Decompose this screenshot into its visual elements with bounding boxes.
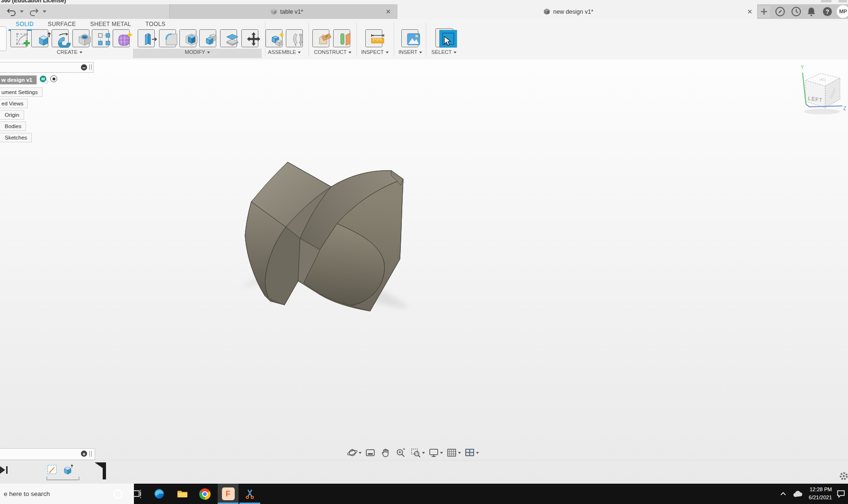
display-settings-button[interactable] [427, 447, 440, 459]
cloud-icon [793, 490, 803, 498]
file-explorer-button[interactable] [172, 484, 193, 504]
view-cube[interactable]: LEFT TOP FRONT Y Z [796, 61, 848, 116]
y-axis-line [803, 73, 806, 104]
zoom-icon [395, 447, 406, 458]
activate-component-radio[interactable] [50, 75, 57, 82]
display-settings-dropdown-caret[interactable] [440, 452, 443, 454]
grid-icon [446, 447, 457, 458]
edge-button[interactable] [149, 484, 169, 504]
timeline-collapse-bar [0, 448, 95, 460]
browser-item-origin[interactable]: Origin [0, 110, 24, 120]
browser-item-label: Origin [5, 112, 19, 118]
timeline-position-marker[interactable] [94, 462, 107, 480]
timeline-group-bracket [46, 477, 80, 481]
grid-settings-button[interactable] [445, 447, 458, 459]
browser-item-document-settings[interactable]: ument Settings [0, 87, 43, 97]
tray-chevron-button[interactable] [775, 484, 791, 504]
browser-root-item[interactable]: w design v1 [0, 75, 37, 85]
browser-item-label: Bodies [5, 123, 21, 129]
orbit-icon [347, 447, 358, 458]
viewports-icon [464, 447, 475, 458]
expand-panel-icon[interactable] [81, 451, 87, 457]
fusion360-app-window: 360 (Education License) [0, 0, 848, 504]
viewports-button[interactable] [463, 447, 476, 459]
orbit-button[interactable] [346, 447, 358, 459]
browser-item-sketches[interactable]: Sketches [0, 133, 32, 142]
timeline-extrude-feature[interactable] [62, 463, 74, 476]
zoom-window-button[interactable] [409, 447, 422, 459]
cortana-icon [112, 488, 124, 500]
zoom-window-dropdown-caret[interactable] [422, 452, 425, 454]
pan-button[interactable] [379, 447, 391, 459]
search-placeholder-text: e here to search [4, 490, 50, 497]
look-at-icon [365, 447, 376, 458]
action-center-button[interactable] [834, 484, 848, 504]
clock-date: 6/21/2021 [804, 494, 832, 502]
display-settings-icon [428, 447, 439, 458]
folder-icon [177, 488, 188, 500]
pan-hand-icon [380, 447, 391, 458]
z-axis-label: Z [843, 106, 846, 111]
cortana-button[interactable] [107, 484, 128, 504]
navigation-bar [344, 446, 480, 460]
y-axis-label: Y [801, 65, 804, 70]
orbit-dropdown-caret[interactable] [359, 452, 362, 454]
timeline-sketch-feature[interactable] [46, 463, 59, 476]
model-viewport[interactable]: w design v1 M ument Settings ed Views Or… [0, 60, 848, 483]
edge-icon [153, 488, 165, 500]
browser-item-named-views[interactable]: ed Views [0, 99, 28, 108]
timeline [0, 460, 848, 484]
model-3d[interactable] [0, 0, 848, 504]
zoom-window-icon [410, 447, 421, 458]
scissors-icon [244, 488, 256, 500]
browser-item-label: ed Views [1, 101, 23, 106]
chrome-icon [199, 488, 211, 500]
windows-taskbar: e here to search [0, 484, 848, 504]
notification-panel-icon [836, 489, 846, 499]
timeline-resize-grip[interactable] [89, 451, 92, 457]
grid-dropdown-caret[interactable] [458, 452, 461, 454]
viewports-dropdown-caret[interactable] [476, 452, 479, 454]
task-view-icon [132, 489, 142, 499]
fusion360-taskbar-button[interactable]: F [218, 484, 238, 504]
collapse-browser-icon[interactable] [81, 64, 87, 70]
browser-item-label: ument Settings [1, 89, 38, 95]
chrome-button[interactable] [194, 484, 215, 504]
browser-item-bodies[interactable]: Bodies [0, 122, 26, 131]
look-at-button[interactable] [364, 447, 376, 459]
browser-resize-grip[interactable] [89, 64, 92, 70]
chevron-up-icon [779, 491, 787, 497]
browser-item-label: Sketches [5, 135, 27, 140]
snip-sketch-button[interactable] [239, 484, 260, 504]
fusion360-icon: F [222, 487, 235, 500]
gear-icon[interactable] [839, 471, 848, 481]
clock-time: 12:28 PM [804, 486, 832, 494]
zoom-button[interactable] [394, 447, 406, 459]
browser-root-label: w design v1 [1, 77, 32, 83]
cloud-status-dot [44, 80, 48, 84]
task-view-button[interactable] [127, 484, 148, 504]
timeline-skip-end-icon[interactable] [0, 465, 9, 475]
taskbar-clock[interactable]: 12:28 PM 6/21/2021 [804, 486, 832, 502]
browser-header [0, 62, 94, 73]
